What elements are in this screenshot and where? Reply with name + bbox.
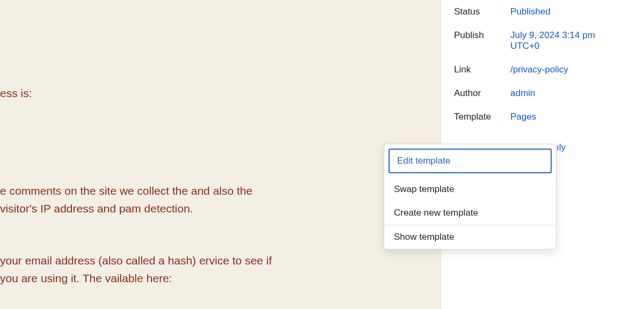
- menu-item-edit-template[interactable]: Edit template: [389, 149, 552, 173]
- meta-row-status[interactable]: Status Published: [441, 0, 644, 24]
- meta-label-status: Status: [454, 6, 510, 17]
- body-paragraph-gravatar: your email address (also called a hash) …: [0, 252, 279, 287]
- menu-item-swap-template[interactable]: Swap template: [384, 178, 556, 201]
- obscured-value-fragment: ıly: [555, 142, 566, 153]
- meta-value-link[interactable]: /privacy-policy: [510, 64, 631, 75]
- editor-content-area[interactable]: y ess is: e comments on the site we coll…: [0, 0, 440, 309]
- meta-value-template[interactable]: Pages: [510, 112, 631, 122]
- template-actions-menu: Edit template Swap template Create new t…: [384, 144, 557, 249]
- meta-row-template[interactable]: Template Pages: [441, 105, 644, 129]
- meta-label-template: Template: [454, 112, 510, 122]
- publish-timezone: UTC+0: [510, 41, 631, 52]
- meta-label-publish: Publish: [454, 30, 510, 41]
- meta-value-status[interactable]: Published: [510, 6, 631, 17]
- meta-row-publish[interactable]: Publish July 9, 2024 3:14 pm UTC+0: [441, 24, 644, 58]
- publish-datetime: July 9, 2024 3:14 pm: [510, 30, 595, 40]
- meta-value-author[interactable]: admin: [510, 88, 631, 99]
- meta-row-author[interactable]: Author admin: [441, 82, 644, 105]
- body-paragraph-comments: e comments on the site we collect the an…: [0, 182, 279, 217]
- menu-item-show-template[interactable]: Show template: [384, 225, 556, 249]
- meta-label-author: Author: [454, 88, 510, 99]
- body-paragraph-address: ess is:: [0, 85, 32, 102]
- meta-label-link: Link: [454, 64, 510, 75]
- meta-value-publish[interactable]: July 9, 2024 3:14 pm UTC+0: [510, 30, 631, 52]
- menu-item-create-template[interactable]: Create new template: [384, 201, 556, 225]
- meta-row-link[interactable]: Link /privacy-policy: [441, 58, 644, 82]
